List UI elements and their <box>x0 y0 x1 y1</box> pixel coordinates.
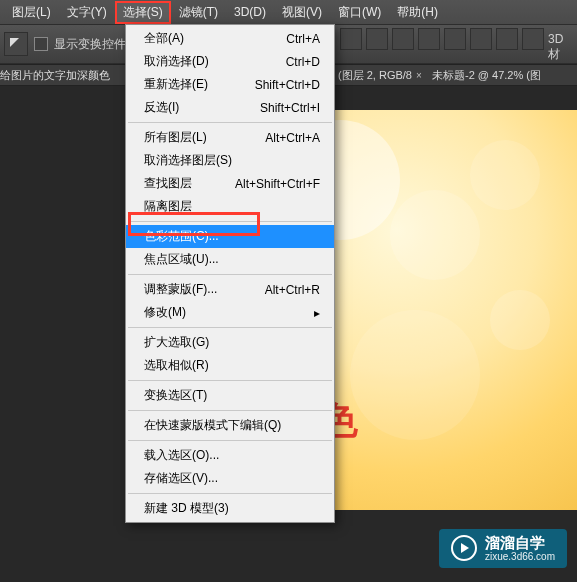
dd-select-all[interactable]: 全部(A)Ctrl+A <box>126 27 334 50</box>
show-transform-checkbox[interactable] <box>34 37 48 51</box>
dd-separator <box>128 122 332 123</box>
menu-3d[interactable]: 3D(D) <box>226 2 274 22</box>
dd-separator <box>128 493 332 494</box>
dd-similar[interactable]: 选取相似(R) <box>126 354 334 377</box>
distribute-icon-2[interactable] <box>522 28 544 50</box>
menu-layer[interactable]: 图层(L) <box>4 1 59 24</box>
options-right-icons <box>340 28 544 50</box>
dd-grow[interactable]: 扩大选取(G) <box>126 331 334 354</box>
close-icon[interactable]: × <box>416 70 422 81</box>
chevron-right-icon: ▸ <box>314 306 320 320</box>
tool-preset-icon[interactable] <box>4 32 28 56</box>
document-canvas[interactable] <box>310 110 577 510</box>
menu-select[interactable]: 选择(S) <box>115 1 171 24</box>
align-icon-6[interactable] <box>470 28 492 50</box>
menu-help[interactable]: 帮助(H) <box>389 1 446 24</box>
align-icon-4[interactable] <box>418 28 440 50</box>
dd-modify[interactable]: 修改(M)▸ <box>126 301 334 324</box>
watermark-title: 溜溜自学 <box>485 535 555 552</box>
doc-tab-2[interactable]: 未标题-2 @ 47.2% (图 <box>432 68 541 83</box>
dd-save-selection[interactable]: 存储选区(V)... <box>126 467 334 490</box>
dd-load-selection[interactable]: 载入选区(O)... <box>126 444 334 467</box>
dd-transform-selection[interactable]: 变换选区(T) <box>126 384 334 407</box>
dd-separator <box>128 221 332 222</box>
distribute-icon-1[interactable] <box>496 28 518 50</box>
dd-deselect[interactable]: 取消选择(D)Ctrl+D <box>126 50 334 73</box>
dd-separator <box>128 410 332 411</box>
dd-separator <box>128 327 332 328</box>
dd-deselect-layers[interactable]: 取消选择图层(S) <box>126 149 334 172</box>
watermark-badge: 溜溜自学 zixue.3d66.com <box>439 529 567 569</box>
dd-find-layers[interactable]: 查找图层Alt+Shift+Ctrl+F <box>126 172 334 195</box>
dd-separator <box>128 274 332 275</box>
menu-window[interactable]: 窗口(W) <box>330 1 389 24</box>
doc-tab-1[interactable]: (图层 2, RGB/8× <box>338 68 422 83</box>
dd-all-layers[interactable]: 所有图层(L)Alt+Ctrl+A <box>126 126 334 149</box>
dd-new-3d-extrusion[interactable]: 新建 3D 模型(3) <box>126 497 334 520</box>
select-menu-dropdown: 全部(A)Ctrl+A 取消选择(D)Ctrl+D 重新选择(E)Shift+C… <box>125 24 335 523</box>
options-3d-label: 3D 材 <box>548 32 577 63</box>
menu-type[interactable]: 文字(Y) <box>59 1 115 24</box>
watermark-url: zixue.3d66.com <box>485 551 555 562</box>
play-icon <box>451 535 477 561</box>
dd-separator <box>128 380 332 381</box>
menu-view[interactable]: 视图(V) <box>274 1 330 24</box>
dd-inverse[interactable]: 反选(I)Shift+Ctrl+I <box>126 96 334 119</box>
align-icon-3[interactable] <box>392 28 414 50</box>
align-icon-1[interactable] <box>340 28 362 50</box>
align-icon-2[interactable] <box>366 28 388 50</box>
doc-tab-left[interactable]: 给图片的文字加深颜色 <box>0 68 110 83</box>
dd-separator <box>128 440 332 441</box>
dd-color-range[interactable]: 色彩范围(C)... <box>126 225 334 248</box>
dd-isolate-layers[interactable]: 隔离图层 <box>126 195 334 218</box>
dd-refine-mask[interactable]: 调整蒙版(F)...Alt+Ctrl+R <box>126 278 334 301</box>
show-transform-label: 显示变换控件 <box>54 36 126 53</box>
menubar: 图层(L) 文字(Y) 选择(S) 滤镜(T) 3D(D) 视图(V) 窗口(W… <box>0 0 577 24</box>
dd-reselect[interactable]: 重新选择(E)Shift+Ctrl+D <box>126 73 334 96</box>
menu-filter[interactable]: 滤镜(T) <box>171 1 226 24</box>
align-icon-5[interactable] <box>444 28 466 50</box>
dd-focus-area[interactable]: 焦点区域(U)... <box>126 248 334 271</box>
dd-edit-quick-mask[interactable]: 在快速蒙版模式下编辑(Q) <box>126 414 334 437</box>
